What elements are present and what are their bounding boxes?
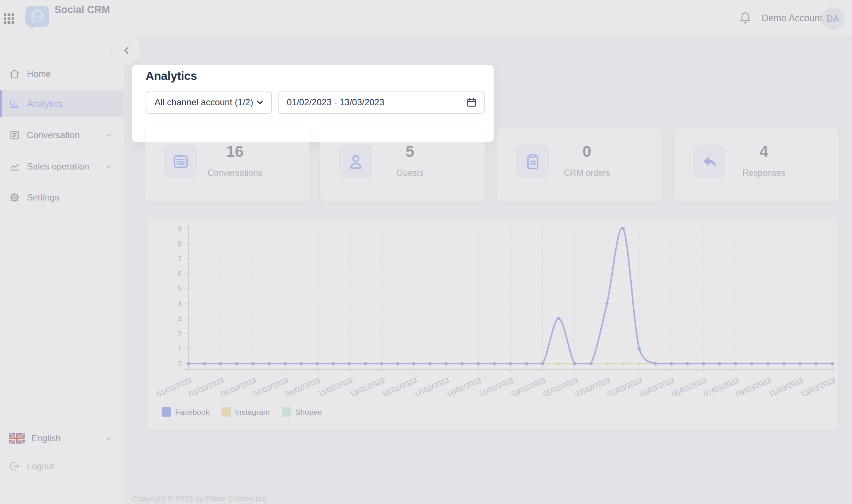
svg-text:7: 7 (177, 254, 182, 263)
channel-account-value: All channel account (1/2) (155, 97, 253, 108)
crm-orders-icon (516, 145, 549, 178)
analytics-chart-svg: 01/02/202303/02/202305/02/202307/02/2023… (147, 221, 838, 396)
apps-grid-glyph (4, 13, 14, 24)
avatar[interactable]: DA (821, 7, 845, 30)
stat-card-guests: 5 Guests (320, 128, 485, 202)
date-range-input[interactable]: 01/02/2023 - 13/03/2023 (278, 91, 485, 114)
stat-label: Responses (742, 168, 785, 178)
topbar: Social CRM Demo Account DA (0, 0, 852, 37)
stat-label: Conversations (207, 168, 262, 178)
channel-account-select[interactable]: All channel account (1/2) (146, 91, 272, 114)
social-crm-app: Social CRM Demo Account DA Home Analytic… (0, 0, 852, 504)
svg-text:11/02/2023: 11/02/2023 (317, 376, 354, 396)
collapse-back-button[interactable] (112, 36, 141, 65)
svg-text:07/03/2023: 07/03/2023 (703, 376, 740, 396)
svg-text:0: 0 (177, 359, 182, 368)
page-title: Analytics (146, 69, 197, 83)
chevron-left-icon (120, 44, 133, 57)
svg-text:21/02/2023: 21/02/2023 (477, 376, 514, 396)
svg-text:23/02/2023: 23/02/2023 (509, 376, 547, 396)
svg-text:8: 8 (177, 239, 182, 248)
sidebar-item-label: Analytics (27, 99, 63, 109)
svg-text:05/02/2023: 05/02/2023 (220, 376, 257, 396)
svg-text:2: 2 (177, 329, 182, 338)
active-indicator (0, 90, 2, 117)
svg-text:5: 5 (177, 284, 182, 293)
language-selector[interactable]: English (0, 425, 124, 452)
svg-text:19/02/2023: 19/02/2023 (445, 376, 482, 396)
stat-card-responses: 4 Responses (674, 128, 839, 202)
legend-swatch (282, 407, 291, 417)
svg-text:01/02/2023: 01/02/2023 (155, 376, 193, 396)
svg-text:1: 1 (177, 344, 182, 353)
legend-label: Shopee (295, 408, 322, 417)
apps-grid-icon[interactable] (4, 13, 14, 24)
chevron-down-icon (104, 434, 113, 443)
conversation-icon (9, 130, 20, 141)
logout-button[interactable]: Logout (0, 453, 124, 480)
sidebar-item-label: Sales operation (27, 161, 89, 172)
analytics-icon (9, 98, 20, 109)
legend-item-shopee[interactable]: Shopee (282, 407, 322, 417)
svg-text:17/02/2023: 17/02/2023 (413, 376, 450, 396)
chart-legend: Facebook Instagram Shopee (162, 407, 322, 417)
sidebar-item-sales-operation[interactable]: Sales operation (0, 153, 124, 180)
svg-text:11/03/2023: 11/03/2023 (767, 376, 804, 396)
chevron-down-icon (255, 97, 265, 108)
svg-text:07/02/2023: 07/02/2023 (252, 376, 289, 396)
sidebar-item-conversation[interactable]: Conversation (0, 122, 124, 149)
svg-text:01/03/2023: 01/03/2023 (606, 376, 643, 396)
gear-icon (9, 192, 20, 203)
copyright-text: Copyright © 2023 by Prime Commerce (132, 494, 267, 503)
legend-label: Instagram (235, 408, 270, 417)
legend-item-facebook[interactable]: Facebook (162, 407, 209, 417)
legend-swatch (162, 407, 171, 417)
svg-text:4: 4 (177, 299, 182, 308)
legend-label: Facebook (175, 408, 209, 417)
stat-value: 16 (226, 143, 244, 161)
account-name[interactable]: Demo Account (762, 13, 823, 24)
sidebar-item-analytics[interactable]: Analytics (0, 90, 124, 117)
stat-value: 0 (582, 143, 591, 161)
stat-value: 4 (759, 143, 768, 161)
svg-text:6: 6 (177, 269, 182, 278)
calendar-icon (466, 97, 477, 108)
svg-text:15/02/2023: 15/02/2023 (381, 376, 418, 396)
svg-text:03/02/2023: 03/02/2023 (187, 376, 225, 396)
sales-trend-icon (9, 161, 20, 172)
app-logo-icon (25, 6, 49, 31)
date-range-value: 01/02/2023 - 13/03/2023 (287, 97, 385, 108)
sidebar-item-settings[interactable]: Settings (0, 184, 124, 211)
legend-swatch (221, 407, 231, 417)
stat-card-crm-orders: 0 CRM orders (497, 128, 662, 202)
sidebar-item-label: Settings (27, 192, 59, 203)
svg-text:13/02/2023: 13/02/2023 (348, 376, 386, 396)
svg-text:09/02/2023: 09/02/2023 (284, 376, 321, 396)
analytics-chart-card: 01/02/202303/02/202305/02/202307/02/2023… (147, 221, 838, 430)
svg-text:9: 9 (177, 224, 182, 233)
home-icon (9, 68, 20, 80)
logout-label: Logout (27, 461, 54, 472)
stat-value: 5 (405, 143, 414, 161)
uk-flag-icon (9, 433, 25, 444)
logout-icon (9, 461, 20, 472)
conversations-icon (164, 145, 197, 178)
svg-text:03/03/2023: 03/03/2023 (638, 376, 675, 396)
language-label: English (31, 433, 61, 444)
sidebar-item-label: Home (27, 69, 51, 79)
app-title: Social CRM (55, 4, 110, 16)
guests-icon (339, 145, 372, 178)
notification-bell-icon[interactable] (738, 10, 752, 26)
legend-item-instagram[interactable]: Instagram (221, 407, 270, 417)
svg-text:3: 3 (177, 314, 182, 323)
svg-text:27/02/2023: 27/02/2023 (574, 376, 611, 396)
chevron-down-icon (104, 162, 113, 171)
svg-text:13/03/2023: 13/03/2023 (799, 376, 836, 396)
stat-label: Guests (397, 168, 424, 178)
stat-card-conversations: 16 Conversations (145, 128, 310, 202)
chevron-down-icon (104, 131, 113, 140)
responses-reply-icon (693, 145, 726, 178)
svg-text:09/03/2023: 09/03/2023 (735, 376, 772, 396)
stat-label: CRM orders (564, 168, 610, 178)
sidebar-item-home[interactable]: Home (0, 60, 124, 87)
